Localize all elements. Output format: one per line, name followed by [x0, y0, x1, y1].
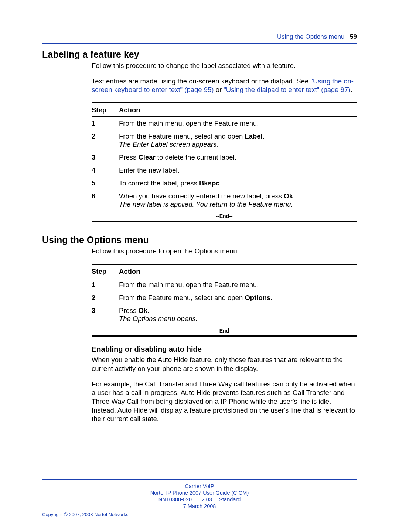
- step-action: Enter the new label.: [119, 166, 357, 174]
- section2-intro: Follow this procedure to open the Option…: [92, 247, 357, 256]
- footer-center: Carrier VoIP Nortel IP Phone 2007 User G…: [42, 483, 357, 510]
- table-row: 6When you have correctly entered the new…: [92, 190, 357, 211]
- table-row: 1From the main menu, open the Feature me…: [92, 117, 357, 130]
- section2-body: Follow this procedure to open the Option…: [92, 247, 357, 256]
- section1-intro: Follow this procedure to change the labe…: [92, 61, 357, 70]
- col-action-head: Action: [119, 267, 357, 276]
- steps-table-2: Step Action 1From the main menu, open th…: [92, 264, 357, 337]
- step-action: From the main menu, open the Feature men…: [119, 281, 357, 289]
- page: Using the Options menu 59 Labeling a fea…: [0, 0, 399, 532]
- rule: [92, 221, 357, 222]
- table-row: 2From the Feature menu, select and open …: [92, 130, 357, 151]
- step-number: 1: [92, 119, 119, 127]
- table-head: Step Action: [92, 265, 357, 278]
- table-body-2: 1From the main menu, open the Feature me…: [92, 278, 357, 325]
- section3-wrap: Enabling or disabling auto hide When you…: [92, 345, 357, 423]
- heading-labeling-feature-key: Labeling a feature key: [42, 49, 357, 60]
- step-action: Press Ok.The Options menu opens.: [119, 307, 357, 323]
- section3-p2: For example, the Call Transfer and Three…: [92, 380, 357, 423]
- footer-rule: [42, 479, 357, 480]
- end-marker: --End--: [92, 325, 357, 335]
- table-body-1: 1From the main menu, open the Feature me…: [92, 117, 357, 211]
- step-action: Press Clear to delete the current label.: [119, 153, 357, 161]
- end-marker: --End--: [92, 211, 357, 221]
- step-number: 4: [92, 166, 119, 174]
- col-action-head: Action: [119, 106, 357, 114]
- table-row: 3Press Ok.The Options menu opens.: [92, 304, 357, 325]
- footer-line: Nortel IP Phone 2007 User Guide (CICM): [42, 490, 357, 496]
- table-row: 3Press Clear to delete the current label…: [92, 151, 357, 164]
- col-step-head: Step: [92, 106, 119, 114]
- table-row: 4Enter the new label.: [92, 164, 357, 177]
- text: .: [351, 86, 352, 93]
- steps-table-1: Step Action 1From the main menu, open th…: [92, 102, 357, 222]
- step-action: When you have correctly entered the new …: [119, 192, 357, 208]
- running-head: Using the Options menu 59: [42, 33, 357, 41]
- step-action: From the Feature menu, select and open O…: [119, 294, 357, 302]
- copyright: Copyright © 2007, 2008 Nortel Networks: [42, 512, 357, 517]
- running-head-title: Using the Options menu: [277, 33, 344, 40]
- text: Text entries are made using the on-scree…: [92, 77, 310, 85]
- step-number: 5: [92, 179, 119, 187]
- step-number: 2: [92, 132, 119, 140]
- footer-line: 7 March 2008: [42, 503, 357, 509]
- step-action: From the Feature menu, select and open L…: [119, 132, 357, 149]
- table-row: 5To correct the label, press Bkspc.: [92, 177, 357, 190]
- running-head-page: 59: [350, 33, 357, 40]
- step-action: From the main menu, open the Feature men…: [119, 119, 357, 127]
- col-step-head: Step: [92, 267, 119, 276]
- footer-line: NN10300-020 02.03 Standard: [42, 496, 357, 503]
- step-number: 3: [92, 307, 119, 315]
- footer-line: Carrier VoIP: [42, 483, 357, 490]
- section1-para2: Text entries are made using the on-scree…: [92, 77, 357, 94]
- section3-p1: When you enable the Auto Hide feature, o…: [92, 355, 357, 373]
- heading-using-options-menu: Using the Options menu: [42, 235, 357, 245]
- step-number: 3: [92, 153, 119, 161]
- section1-body: Follow this procedure to change the labe…: [92, 61, 357, 94]
- page-footer: Carrier VoIP Nortel IP Phone 2007 User G…: [42, 479, 357, 518]
- header-rule: [42, 43, 357, 44]
- step-number: 1: [92, 281, 119, 289]
- table-row: 2From the Feature menu, select and open …: [92, 291, 357, 304]
- step-number: 6: [92, 192, 119, 200]
- link-dialpad-text[interactable]: "Using the dialpad to enter text" (page …: [224, 86, 350, 93]
- step-number: 2: [92, 294, 119, 302]
- rule: [92, 335, 357, 337]
- step-action: To correct the label, press Bkspc.: [119, 179, 357, 187]
- text: or: [214, 86, 224, 93]
- table-row: 1From the main menu, open the Feature me…: [92, 278, 357, 291]
- table-head: Step Action: [92, 103, 357, 116]
- heading-auto-hide: Enabling or disabling auto hide: [92, 345, 357, 354]
